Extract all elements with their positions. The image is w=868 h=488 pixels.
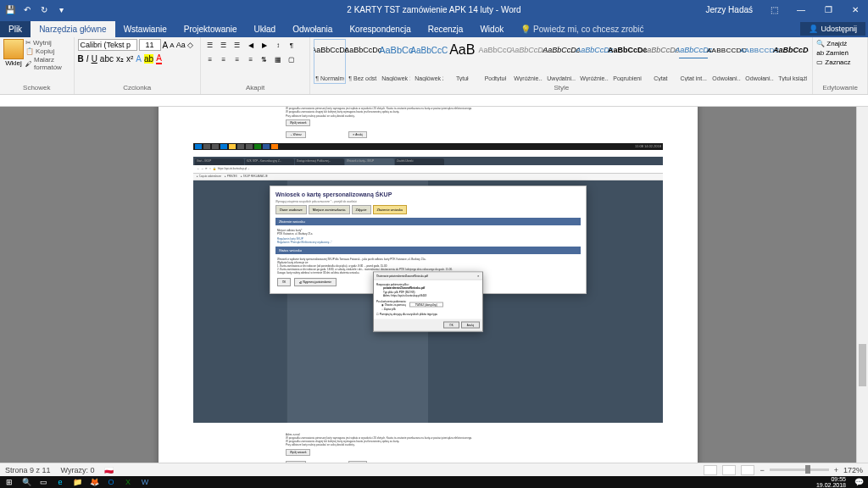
style-item[interactable]: AaBbCcDcWyróżnie... [512, 39, 544, 84]
minimize-icon[interactable]: — [788, 0, 814, 19]
explorer-icon[interactable]: 📁 [70, 476, 85, 488]
style-item[interactable]: AABBCCDCOdwołani... [710, 39, 743, 84]
tab-home[interactable]: Narzędzia główne [31, 21, 115, 37]
change-case-icon[interactable]: Aa [176, 41, 186, 49]
tab-references[interactable]: Odwołania [284, 21, 341, 37]
font-color-icon[interactable]: A [156, 53, 162, 64]
clear-format-icon[interactable]: ◇ [187, 41, 193, 49]
style-item[interactable]: AaBbCcDc¶ Normalny [314, 39, 346, 84]
web-layout-icon[interactable] [741, 465, 754, 475]
show-marks-icon[interactable]: ¶ [286, 39, 298, 51]
start-button[interactable]: ⊞ [2, 476, 17, 488]
tab-review[interactable]: Recenzja [420, 21, 472, 37]
tell-me[interactable]: 💡 Powiedz mi, co chcesz zrobić [512, 21, 652, 37]
grow-font-icon[interactable]: A [163, 41, 169, 50]
dec-indent-icon[interactable]: ◀ [245, 39, 257, 51]
taskview-icon[interactable]: ▭ [36, 476, 51, 488]
reload-icon: ⟳ [205, 167, 208, 170]
inc-indent-icon[interactable]: ▶ [259, 39, 270, 51]
system-clock[interactable]: 09:55 19.02.2018 [816, 476, 849, 488]
user-name[interactable]: Jerzy Hadaś [705, 5, 753, 14]
underline-button[interactable]: U [92, 54, 97, 64]
align-center-icon[interactable]: ≡ [218, 53, 230, 65]
align-right-icon[interactable]: ≡ [231, 53, 243, 65]
notifications-icon[interactable]: 💬 [851, 476, 866, 488]
strike-button[interactable]: abc [100, 54, 114, 64]
language-status[interactable]: 🇵🇱 [104, 466, 114, 474]
search-icon[interactable]: 🔍 [19, 476, 34, 488]
text-effects-icon[interactable]: A [136, 54, 142, 64]
excel-icon[interactable]: X [120, 476, 136, 488]
style-item[interactable]: AaBbCcCNagłówek 2 [413, 39, 445, 84]
tab-mailings[interactable]: Korespondencja [341, 21, 419, 37]
edge-icon[interactable]: e [53, 476, 68, 488]
group-styles: AaBbCcDc¶ NormalnyAaBbCcDc¶ Bez odst...A… [310, 37, 813, 94]
bold-button[interactable]: B [78, 54, 84, 64]
sort-icon[interactable]: ↕ [272, 39, 284, 51]
ruler[interactable] [0, 95, 868, 107]
style-item[interactable]: AaBbCcDcCytat [644, 39, 676, 84]
highlight-icon[interactable]: ab [144, 54, 153, 64]
justify-icon[interactable]: ≡ [245, 53, 257, 65]
shrink-font-icon[interactable]: A [170, 42, 174, 49]
word-count[interactable]: Wyrazy: 0 [61, 466, 95, 474]
maximize-icon[interactable]: ❐ [815, 0, 841, 19]
line-spacing-icon[interactable]: ⇅ [259, 53, 270, 65]
undo-icon[interactable]: ↶ [20, 3, 34, 16]
zoom-in-icon[interactable]: + [834, 466, 838, 474]
page-status[interactable]: Strona 9 z 11 [5, 466, 51, 474]
copy-button[interactable]: 📋 Kopiuj [25, 47, 70, 55]
vertical-scrollbar[interactable] [856, 107, 868, 463]
scrollbar-thumb[interactable] [859, 344, 866, 386]
doc-btn-send: Wyślij wniosek [286, 119, 310, 126]
document-area[interactable]: Adres e-mail W przypadku zamawiania pier… [0, 107, 856, 463]
zoom-out-icon[interactable]: − [760, 466, 764, 474]
qat-more-icon[interactable]: ▾ [54, 3, 68, 16]
share-button[interactable]: 👤 Udostępnij [800, 22, 865, 36]
close-icon[interactable]: ✕ [843, 0, 868, 19]
tab-insert[interactable]: Wstawianie [115, 21, 175, 37]
zoom-level[interactable]: 172% [843, 466, 863, 474]
style-item[interactable]: AaBbCcDc¶ Bez odst... [347, 39, 379, 84]
select-button[interactable]: ▭ Zaznacz [816, 58, 864, 67]
shading-icon[interactable]: ▦ [272, 53, 284, 65]
zoom-slider[interactable] [770, 469, 829, 471]
style-item[interactable]: AaBbCcCPodtytuł [479, 39, 511, 84]
style-item[interactable]: AaBbCcDcTytuł książki [776, 39, 809, 84]
font-size-combo[interactable] [139, 39, 161, 51]
font-family-combo[interactable] [78, 39, 137, 51]
tab-file[interactable]: Plik [0, 21, 31, 37]
style-item[interactable]: AaBbCcDcCytat int... [677, 39, 709, 84]
style-item[interactable]: AABBCCDCOdwołani... [743, 39, 776, 84]
tab-design[interactable]: Projektowanie [175, 21, 246, 37]
read-mode-icon[interactable] [704, 465, 717, 475]
numbering-icon[interactable]: ☰ [218, 39, 230, 51]
style-item[interactable]: AaBbCcDcWyróżnie... [578, 39, 610, 84]
style-item[interactable]: AaBbCcNagłówek 1 [380, 39, 412, 84]
redo-icon[interactable]: ↻ [37, 3, 51, 16]
replace-button[interactable]: ab Zamień [816, 48, 864, 58]
bullets-icon[interactable]: ☰ [204, 39, 216, 51]
firefox-icon[interactable]: 🦊 [86, 476, 102, 488]
outlook-icon[interactable]: O [103, 476, 119, 488]
align-left-icon[interactable]: ≡ [204, 53, 216, 65]
style-item[interactable]: AaBTytuł [446, 39, 478, 84]
save-icon[interactable]: 💾 [3, 3, 17, 16]
format-painter-button[interactable]: 🖌 Malarz formatów [25, 56, 70, 71]
style-item[interactable]: AaBbCcDcPogrubienie [611, 39, 643, 84]
italic-button[interactable]: I [86, 54, 89, 64]
print-layout-icon[interactable] [722, 465, 736, 475]
subscript-button[interactable]: x₂ [116, 54, 124, 64]
word-icon[interactable]: W [137, 476, 153, 488]
tab-layout[interactable]: Układ [246, 21, 285, 37]
borders-icon[interactable]: ▢ [286, 53, 298, 65]
superscript-button[interactable]: x² [126, 54, 133, 64]
find-button[interactable]: 🔍 Znajdź [816, 39, 864, 48]
paste-button[interactable]: Wklej [3, 39, 24, 71]
cut-button[interactable]: ✂ Wytnij [25, 39, 70, 47]
multilevel-icon[interactable]: ☰ [231, 39, 243, 51]
titlebar: 💾 ↶ ↻ ▾ 2 KARTY TST zamówienie APK 14 lu… [0, 0, 868, 19]
ribbon-options-icon[interactable]: ⬚ [761, 0, 787, 19]
style-item[interactable]: AaBbCcDcUwydatni... [545, 39, 577, 84]
tab-view[interactable]: Widok [471, 21, 512, 37]
